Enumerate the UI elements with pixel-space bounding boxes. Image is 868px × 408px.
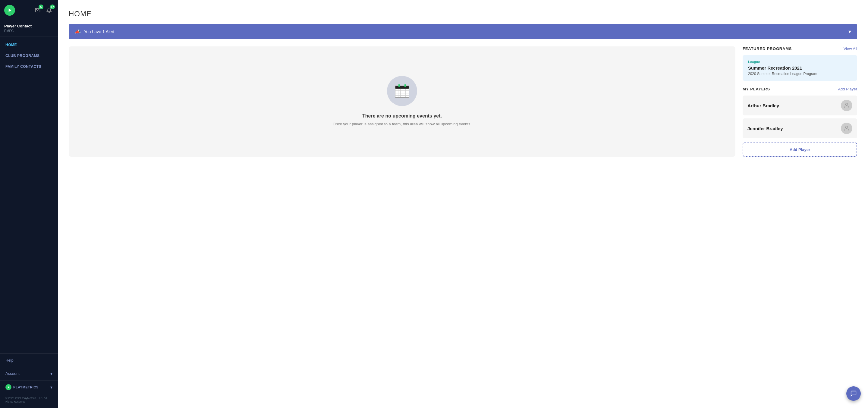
mail-badge: 5 bbox=[38, 4, 43, 9]
player-name-0: Arthur Bradley bbox=[747, 103, 779, 108]
org-name: Player Contact bbox=[4, 24, 54, 28]
alert-megaphone-icon: 📣 bbox=[75, 29, 81, 35]
svg-rect-5 bbox=[398, 84, 400, 87]
svg-rect-6 bbox=[404, 84, 406, 87]
my-players-section: MY PLAYERS Add Player Arthur Bradley Jen… bbox=[743, 87, 857, 157]
help-button[interactable]: Help bbox=[0, 353, 58, 367]
bell-badge: 17 bbox=[50, 4, 55, 9]
main-content-area: HOME 📣 You have 1 Alert ▾ bbox=[58, 0, 868, 408]
org-section: Player Contact PMFC bbox=[0, 20, 58, 36]
player-name-1: Jennifer Bradley bbox=[747, 126, 783, 131]
player-avatar-1 bbox=[841, 123, 852, 134]
empty-state-title: There are no upcoming events yet. bbox=[362, 113, 442, 119]
view-all-link[interactable]: View All bbox=[844, 46, 857, 51]
alert-banner[interactable]: 📣 You have 1 Alert ▾ bbox=[69, 24, 857, 39]
account-chevron-icon: ▾ bbox=[50, 371, 53, 376]
account-button[interactable]: Account ▾ bbox=[0, 367, 58, 380]
sidebar-footer: Help Account ▾ PLAYMETRICS ▾ © 2020-2021… bbox=[0, 353, 58, 408]
add-player-button[interactable]: Add Player bbox=[743, 143, 857, 157]
nav-section: HOME CLUB PROGRAMS FAMILY CONTACTS bbox=[0, 36, 58, 353]
empty-state-subtitle: Once your player is assigned to a team, … bbox=[333, 121, 471, 127]
program-card-0[interactable]: League Summer Recreation 2021 2020 Summe… bbox=[743, 55, 857, 81]
sidebar-item-home[interactable]: HOME bbox=[0, 39, 58, 50]
content-grid: There are no upcoming events yet. Once y… bbox=[69, 46, 857, 157]
copyright-text: © 2020-2021 PlayMetrics, LLC. All Rights… bbox=[0, 394, 58, 408]
program-description: 2020 Summer Recreation League Program bbox=[748, 72, 852, 76]
events-empty-state: There are no upcoming events yet. Once y… bbox=[69, 46, 735, 157]
page-title: HOME bbox=[69, 10, 857, 18]
org-sub: PMFC bbox=[4, 29, 54, 33]
player-avatar-0 bbox=[841, 100, 852, 111]
sidebar-item-family-contacts[interactable]: FAMILY CONTACTS bbox=[0, 61, 58, 72]
svg-rect-4 bbox=[395, 86, 409, 89]
svg-point-15 bbox=[845, 126, 847, 128]
svg-marker-0 bbox=[9, 8, 11, 12]
program-tag: League bbox=[748, 60, 852, 64]
featured-programs-title: FEATURED PROGRAMS bbox=[743, 46, 792, 51]
featured-programs-header: FEATURED PROGRAMS View All bbox=[743, 46, 857, 51]
pm-icon bbox=[5, 384, 11, 390]
app-logo[interactable] bbox=[4, 5, 15, 16]
right-panel: FEATURED PROGRAMS View All League Summer… bbox=[743, 46, 857, 157]
alert-chevron-icon: ▾ bbox=[848, 28, 851, 35]
player-card-0[interactable]: Arthur Bradley bbox=[743, 96, 857, 116]
pm-wordmark: PLAYMETRICS bbox=[13, 385, 38, 389]
featured-programs-section: FEATURED PROGRAMS View All League Summer… bbox=[743, 46, 857, 81]
svg-marker-2 bbox=[8, 386, 10, 388]
playmetrics-section[interactable]: PLAYMETRICS ▾ bbox=[0, 380, 58, 394]
program-name: Summer Recreation 2021 bbox=[748, 65, 852, 70]
calendar-icon bbox=[387, 76, 417, 106]
chat-fab-button[interactable] bbox=[846, 386, 861, 401]
sidebar: 5 17 Player Contact PMFC HOME CLUB PROGR… bbox=[0, 0, 58, 408]
sidebar-header: 5 17 bbox=[0, 0, 58, 20]
header-icons: 5 17 bbox=[33, 6, 54, 15]
playmetrics-logo: PLAYMETRICS bbox=[5, 384, 38, 390]
alert-text: You have 1 Alert bbox=[84, 29, 114, 34]
mail-button[interactable]: 5 bbox=[33, 6, 42, 15]
svg-point-14 bbox=[845, 103, 847, 105]
add-player-link[interactable]: Add Player bbox=[838, 87, 857, 91]
player-card-1[interactable]: Jennifer Bradley bbox=[743, 118, 857, 138]
sidebar-item-club-programs[interactable]: CLUB PROGRAMS bbox=[0, 50, 58, 61]
my-players-title: MY PLAYERS bbox=[743, 87, 770, 91]
playmetrics-chevron-icon: ▾ bbox=[50, 385, 53, 389]
my-players-header: MY PLAYERS Add Player bbox=[743, 87, 857, 91]
bell-button[interactable]: 17 bbox=[44, 6, 54, 15]
